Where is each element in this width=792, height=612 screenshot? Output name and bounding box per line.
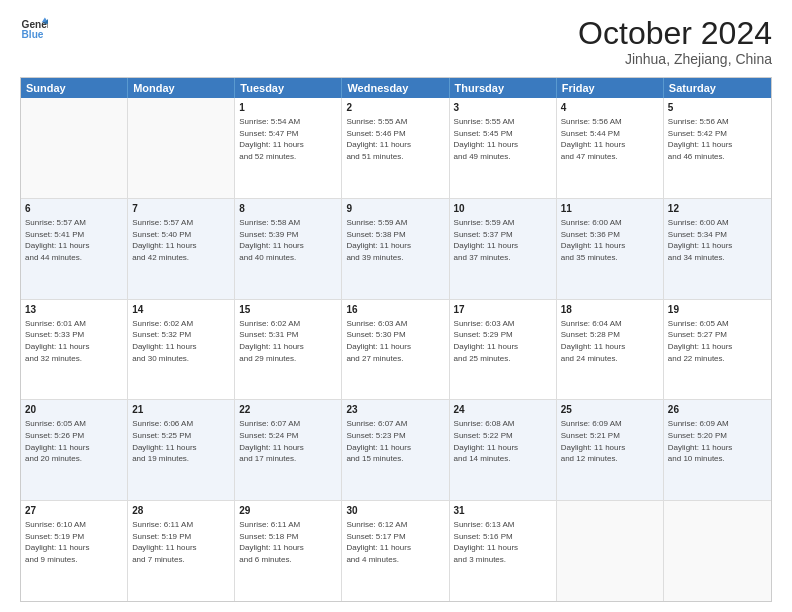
month-title: October 2024 — [578, 16, 772, 51]
calendar-row-2: 6Sunrise: 5:57 AM Sunset: 5:41 PM Daylig… — [21, 199, 771, 300]
day-number: 7 — [132, 202, 230, 216]
calendar-cell: 27Sunrise: 6:10 AM Sunset: 5:19 PM Dayli… — [21, 501, 128, 601]
calendar-cell — [21, 98, 128, 198]
calendar-cell: 5Sunrise: 5:56 AM Sunset: 5:42 PM Daylig… — [664, 98, 771, 198]
calendar-cell: 30Sunrise: 6:12 AM Sunset: 5:17 PM Dayli… — [342, 501, 449, 601]
day-number: 1 — [239, 101, 337, 115]
day-number: 22 — [239, 403, 337, 417]
logo: General Blue — [20, 16, 48, 44]
day-info: Sunrise: 6:04 AM Sunset: 5:28 PM Dayligh… — [561, 318, 659, 364]
day-number: 30 — [346, 504, 444, 518]
day-info: Sunrise: 6:13 AM Sunset: 5:16 PM Dayligh… — [454, 519, 552, 565]
calendar-cell: 20Sunrise: 6:05 AM Sunset: 5:26 PM Dayli… — [21, 400, 128, 500]
day-number: 13 — [25, 303, 123, 317]
day-info: Sunrise: 6:03 AM Sunset: 5:30 PM Dayligh… — [346, 318, 444, 364]
header-saturday: Saturday — [664, 78, 771, 98]
day-number: 25 — [561, 403, 659, 417]
day-info: Sunrise: 6:00 AM Sunset: 5:36 PM Dayligh… — [561, 217, 659, 263]
calendar-row-5: 27Sunrise: 6:10 AM Sunset: 5:19 PM Dayli… — [21, 501, 771, 601]
header-sunday: Sunday — [21, 78, 128, 98]
calendar-cell: 6Sunrise: 5:57 AM Sunset: 5:41 PM Daylig… — [21, 199, 128, 299]
day-info: Sunrise: 6:06 AM Sunset: 5:25 PM Dayligh… — [132, 418, 230, 464]
svg-text:Blue: Blue — [22, 29, 44, 40]
calendar-cell: 3Sunrise: 5:55 AM Sunset: 5:45 PM Daylig… — [450, 98, 557, 198]
day-info: Sunrise: 6:11 AM Sunset: 5:18 PM Dayligh… — [239, 519, 337, 565]
location: Jinhua, Zhejiang, China — [578, 51, 772, 67]
day-number: 6 — [25, 202, 123, 216]
calendar-cell: 10Sunrise: 5:59 AM Sunset: 5:37 PM Dayli… — [450, 199, 557, 299]
header-thursday: Thursday — [450, 78, 557, 98]
day-number: 24 — [454, 403, 552, 417]
header-monday: Monday — [128, 78, 235, 98]
day-number: 4 — [561, 101, 659, 115]
day-info: Sunrise: 5:56 AM Sunset: 5:44 PM Dayligh… — [561, 116, 659, 162]
calendar-body: 1Sunrise: 5:54 AM Sunset: 5:47 PM Daylig… — [21, 98, 771, 601]
day-number: 31 — [454, 504, 552, 518]
header-tuesday: Tuesday — [235, 78, 342, 98]
day-number: 15 — [239, 303, 337, 317]
page: General Blue October 2024 Jinhua, Zhejia… — [0, 0, 792, 612]
day-info: Sunrise: 5:58 AM Sunset: 5:39 PM Dayligh… — [239, 217, 337, 263]
calendar-cell: 28Sunrise: 6:11 AM Sunset: 5:19 PM Dayli… — [128, 501, 235, 601]
day-number: 16 — [346, 303, 444, 317]
day-info: Sunrise: 5:54 AM Sunset: 5:47 PM Dayligh… — [239, 116, 337, 162]
day-info: Sunrise: 6:02 AM Sunset: 5:32 PM Dayligh… — [132, 318, 230, 364]
calendar-cell: 16Sunrise: 6:03 AM Sunset: 5:30 PM Dayli… — [342, 300, 449, 400]
calendar-cell: 31Sunrise: 6:13 AM Sunset: 5:16 PM Dayli… — [450, 501, 557, 601]
calendar-cell: 1Sunrise: 5:54 AM Sunset: 5:47 PM Daylig… — [235, 98, 342, 198]
day-number: 2 — [346, 101, 444, 115]
calendar-cell: 24Sunrise: 6:08 AM Sunset: 5:22 PM Dayli… — [450, 400, 557, 500]
day-info: Sunrise: 6:10 AM Sunset: 5:19 PM Dayligh… — [25, 519, 123, 565]
day-info: Sunrise: 5:55 AM Sunset: 5:45 PM Dayligh… — [454, 116, 552, 162]
calendar-cell — [128, 98, 235, 198]
day-number: 19 — [668, 303, 767, 317]
title-block: October 2024 Jinhua, Zhejiang, China — [578, 16, 772, 67]
calendar-cell: 21Sunrise: 6:06 AM Sunset: 5:25 PM Dayli… — [128, 400, 235, 500]
day-info: Sunrise: 6:05 AM Sunset: 5:27 PM Dayligh… — [668, 318, 767, 364]
day-info: Sunrise: 6:09 AM Sunset: 5:21 PM Dayligh… — [561, 418, 659, 464]
day-number: 5 — [668, 101, 767, 115]
calendar-cell — [664, 501, 771, 601]
calendar-row-3: 13Sunrise: 6:01 AM Sunset: 5:33 PM Dayli… — [21, 300, 771, 401]
day-info: Sunrise: 5:59 AM Sunset: 5:37 PM Dayligh… — [454, 217, 552, 263]
day-number: 10 — [454, 202, 552, 216]
calendar-cell: 12Sunrise: 6:00 AM Sunset: 5:34 PM Dayli… — [664, 199, 771, 299]
day-number: 21 — [132, 403, 230, 417]
day-number: 28 — [132, 504, 230, 518]
day-info: Sunrise: 6:12 AM Sunset: 5:17 PM Dayligh… — [346, 519, 444, 565]
day-number: 20 — [25, 403, 123, 417]
day-info: Sunrise: 5:57 AM Sunset: 5:40 PM Dayligh… — [132, 217, 230, 263]
day-info: Sunrise: 6:08 AM Sunset: 5:22 PM Dayligh… — [454, 418, 552, 464]
day-info: Sunrise: 5:56 AM Sunset: 5:42 PM Dayligh… — [668, 116, 767, 162]
header: General Blue October 2024 Jinhua, Zhejia… — [20, 16, 772, 67]
day-number: 12 — [668, 202, 767, 216]
calendar-row-1: 1Sunrise: 5:54 AM Sunset: 5:47 PM Daylig… — [21, 98, 771, 199]
calendar-cell: 25Sunrise: 6:09 AM Sunset: 5:21 PM Dayli… — [557, 400, 664, 500]
day-info: Sunrise: 6:07 AM Sunset: 5:23 PM Dayligh… — [346, 418, 444, 464]
day-info: Sunrise: 5:59 AM Sunset: 5:38 PM Dayligh… — [346, 217, 444, 263]
calendar-row-4: 20Sunrise: 6:05 AM Sunset: 5:26 PM Dayli… — [21, 400, 771, 501]
calendar-cell: 23Sunrise: 6:07 AM Sunset: 5:23 PM Dayli… — [342, 400, 449, 500]
calendar-cell: 14Sunrise: 6:02 AM Sunset: 5:32 PM Dayli… — [128, 300, 235, 400]
logo-icon: General Blue — [20, 16, 48, 44]
calendar-cell — [557, 501, 664, 601]
day-number: 26 — [668, 403, 767, 417]
day-info: Sunrise: 6:02 AM Sunset: 5:31 PM Dayligh… — [239, 318, 337, 364]
calendar-cell: 26Sunrise: 6:09 AM Sunset: 5:20 PM Dayli… — [664, 400, 771, 500]
calendar-cell: 17Sunrise: 6:03 AM Sunset: 5:29 PM Dayli… — [450, 300, 557, 400]
day-number: 8 — [239, 202, 337, 216]
calendar-cell: 29Sunrise: 6:11 AM Sunset: 5:18 PM Dayli… — [235, 501, 342, 601]
calendar-cell: 8Sunrise: 5:58 AM Sunset: 5:39 PM Daylig… — [235, 199, 342, 299]
day-info: Sunrise: 6:03 AM Sunset: 5:29 PM Dayligh… — [454, 318, 552, 364]
day-info: Sunrise: 6:07 AM Sunset: 5:24 PM Dayligh… — [239, 418, 337, 464]
calendar-cell: 9Sunrise: 5:59 AM Sunset: 5:38 PM Daylig… — [342, 199, 449, 299]
day-number: 3 — [454, 101, 552, 115]
day-info: Sunrise: 5:55 AM Sunset: 5:46 PM Dayligh… — [346, 116, 444, 162]
day-info: Sunrise: 6:01 AM Sunset: 5:33 PM Dayligh… — [25, 318, 123, 364]
day-info: Sunrise: 6:09 AM Sunset: 5:20 PM Dayligh… — [668, 418, 767, 464]
day-number: 23 — [346, 403, 444, 417]
calendar-cell: 13Sunrise: 6:01 AM Sunset: 5:33 PM Dayli… — [21, 300, 128, 400]
calendar-cell: 2Sunrise: 5:55 AM Sunset: 5:46 PM Daylig… — [342, 98, 449, 198]
day-number: 17 — [454, 303, 552, 317]
day-info: Sunrise: 5:57 AM Sunset: 5:41 PM Dayligh… — [25, 217, 123, 263]
